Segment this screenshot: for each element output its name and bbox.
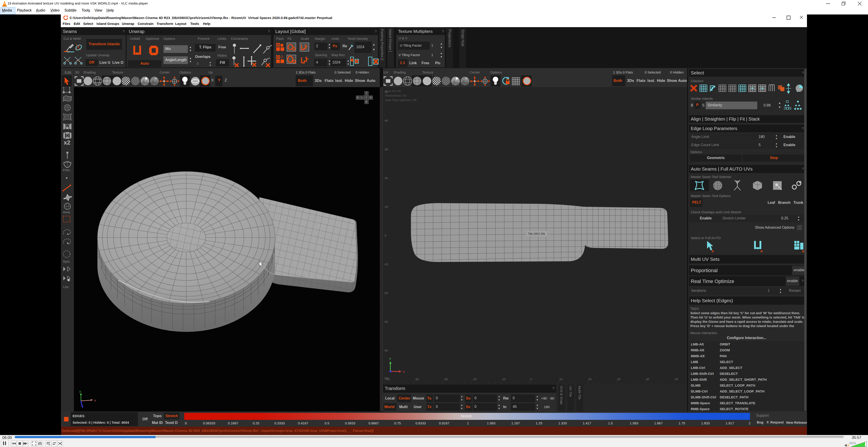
svg-text:B: B: [366, 100, 367, 103]
svg-text:10: 10: [559, 378, 562, 381]
svg-text:50: 50: [675, 378, 678, 381]
svg-text:a: a: [761, 249, 763, 253]
svg-text:-10: -10: [384, 263, 388, 266]
svg-text:Auto Fit: On: Auto Fit: On: [385, 89, 401, 93]
svg-text:-40: -40: [384, 349, 388, 352]
svg-text:Prim.: Prim.: [63, 168, 71, 172]
svg-text:-20: -20: [384, 291, 388, 295]
svg-text:-20: -20: [472, 378, 477, 381]
svg-text:T: T: [366, 92, 367, 94]
svg-text:0: 0: [530, 378, 532, 381]
svg-text:20: 20: [588, 378, 591, 381]
svg-text:x: x: [94, 398, 96, 402]
svg-text:F: F: [366, 96, 367, 99]
svg-text:-50: -50: [385, 378, 390, 381]
svg-text:40: 40: [646, 378, 649, 381]
svg-text:Tile 1001 0%: Tile 1001 0%: [528, 232, 545, 236]
svg-text:10: 10: [385, 205, 388, 209]
svg-text:x2: x2: [64, 139, 70, 146]
svg-text:Redistribute: On: Redistribute: On: [385, 94, 406, 97]
svg-text:P: P: [305, 56, 307, 59]
svg-text:v: v: [389, 357, 391, 360]
svg-text:30: 30: [385, 148, 388, 151]
svg-text:40: 40: [385, 119, 388, 122]
svg-text:B: B: [357, 96, 359, 99]
svg-text:30: 30: [617, 378, 620, 381]
svg-text:L: L: [362, 96, 363, 99]
svg-text:y: y: [79, 390, 81, 393]
svg-text:-10: -10: [501, 378, 506, 381]
svg-text:-30: -30: [384, 320, 388, 324]
svg-text:Area: Area: [63, 210, 70, 214]
svg-text:20: 20: [385, 176, 388, 180]
svg-text:Real Time Optimize: Off: Real Time Optimize: Off: [385, 98, 416, 102]
svg-text:Sym.: Sym.: [63, 260, 70, 263]
svg-text:a: a: [712, 249, 714, 253]
svg-text:u: u: [403, 369, 405, 373]
svg-text:-30: -30: [443, 378, 448, 381]
svg-text:R: R: [370, 96, 372, 99]
svg-text:P: P: [305, 44, 307, 47]
svg-text:a: a: [802, 249, 804, 253]
svg-text:0: 0: [385, 234, 386, 237]
svg-text:-40: -40: [414, 378, 419, 381]
svg-text:Loc: Loc: [63, 285, 69, 289]
